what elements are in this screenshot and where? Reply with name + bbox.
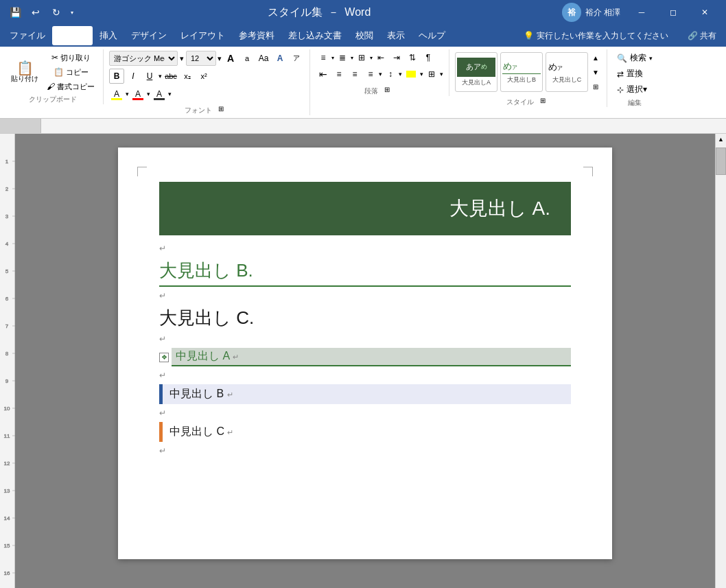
menu-item-file[interactable]: ファイル [3, 26, 52, 45]
menu-item-insert[interactable]: 挿入 [93, 26, 124, 45]
edit-label: 編集 [628, 97, 642, 108]
show-marks-button[interactable]: ¶ [421, 51, 436, 64]
underline-dropdown[interactable]: ▾ [159, 73, 162, 80]
paste-button[interactable]: 📋 貼り付け [8, 60, 41, 84]
align-justify-button[interactable]: ≡ [363, 67, 378, 81]
user-avatar[interactable]: 裕 [562, 3, 581, 22]
search-dropdown[interactable]: ▾ [649, 55, 653, 62]
styles-scroll-up[interactable]: ▲ [590, 51, 601, 64]
bold-button[interactable]: B [109, 69, 124, 84]
shading-button[interactable]: A [152, 86, 167, 102]
border-button[interactable]: ⊞ [424, 67, 439, 81]
phonetic-button[interactable]: ア [289, 51, 304, 66]
font-size-up-button[interactable]: A [223, 51, 238, 66]
shading-para-button[interactable] [403, 67, 419, 81]
search-button[interactable]: 🔍 検索 ▾ [613, 51, 657, 65]
ruler-scale: // will draw in JS below [41, 119, 726, 133]
styles-scroll-down[interactable]: ▼ [590, 65, 601, 79]
clear-format-button[interactable]: Aa [256, 51, 271, 66]
heading-a-block[interactable]: 大見出し A. [159, 182, 571, 235]
scroll-up-arrow[interactable]: ▲ [716, 134, 726, 145]
styles-expand-button[interactable]: ⊞ [590, 80, 601, 93]
underline-button[interactable]: U [142, 69, 157, 84]
highlight-dropdown[interactable]: ▾ [126, 91, 129, 97]
align-right-button[interactable]: ≡ [347, 67, 362, 81]
text-highlight-button[interactable]: A [109, 86, 124, 102]
font-name-dropdown-arrow[interactable]: ▾ [180, 54, 184, 63]
share-button[interactable]: 🔗 共有 [681, 28, 723, 44]
decrease-indent-button[interactable]: ⇤ [373, 51, 388, 64]
save-button[interactable]: 💾 [5, 3, 25, 22]
replace-button[interactable]: ⇄ 置換 [613, 67, 657, 81]
border-dropdown[interactable]: ▾ [440, 71, 443, 78]
italic-button[interactable]: I [126, 69, 141, 84]
sub-heading-a-block[interactable]: ❖ 中見出し A ↵ [159, 348, 571, 366]
shading-para-dropdown[interactable]: ▾ [420, 71, 423, 78]
quick-access-dropdown[interactable]: ▾ [67, 3, 77, 22]
numbering-button[interactable]: ≣ [335, 51, 350, 64]
align-left-button[interactable]: ⇤ [316, 67, 331, 81]
sort-button[interactable]: ⇅ [405, 51, 420, 64]
strikethrough-button[interactable]: abc [163, 69, 178, 84]
svg-text:4: 4 [5, 241, 9, 247]
scroll-thumb[interactable] [716, 148, 726, 175]
move-handle-a[interactable]: ❖ [159, 353, 169, 362]
menu-item-mailings[interactable]: 差し込み文書 [281, 26, 349, 45]
menu-item-design[interactable]: デザイン [124, 26, 174, 45]
font-color-button[interactable]: A [130, 86, 145, 102]
minimize-button[interactable]: ─ [626, 0, 657, 25]
font-size-dropdown-arrow[interactable]: ▾ [218, 54, 222, 63]
bullets-dropdown[interactable]: ▾ [331, 55, 334, 61]
edit-group: 🔍 検索 ▾ ⇄ 置換 ⊹ 選択▾ 編集 [610, 49, 662, 108]
cut-label: 切り取り [60, 53, 91, 63]
menu-item-help[interactable]: ヘルプ [412, 26, 452, 45]
heading-b-block[interactable]: 大見出し B. [159, 259, 571, 287]
superscript-button[interactable]: x² [196, 69, 211, 84]
bullets-button[interactable]: ≡ [316, 51, 331, 64]
menu-item-home[interactable]: ホーム [52, 26, 93, 45]
svg-text:14: 14 [4, 515, 10, 521]
sub-heading-b-block[interactable]: 中見出し B ↵ [159, 384, 571, 404]
svg-text:13: 13 [4, 488, 10, 494]
text-effect-button[interactable]: A [272, 51, 288, 66]
select-button[interactable]: ⊹ 選択▾ [613, 82, 657, 97]
copy-button[interactable]: 📋 コピー [44, 65, 97, 79]
shading-dropdown[interactable]: ▾ [168, 91, 172, 97]
menu-item-review[interactable]: 校閲 [349, 26, 380, 45]
search-action-field[interactable]: 💡 実行したい作業を入力してください [517, 26, 675, 45]
font-size-select[interactable]: 12 [186, 51, 216, 66]
format-painter-button[interactable]: 🖌 書式コピー [44, 80, 97, 93]
font-size-down-button[interactable]: a [239, 51, 255, 66]
sub-heading-c-block[interactable]: 中見出し C ↵ [159, 422, 571, 442]
align-center-button[interactable]: ≡ [331, 67, 347, 81]
scroll-area[interactable]: 大見出し A. ↵ 大見出し B. ↵ 大見出し C. [15, 134, 715, 588]
paragraph-dialog-button[interactable]: ⊞ [379, 82, 395, 96]
styles-dialog-button[interactable]: ⊞ [535, 93, 550, 107]
font-dialog-button[interactable]: ⊞ [213, 102, 229, 115]
align-dropdown[interactable]: ▾ [379, 71, 382, 78]
undo-button[interactable]: ↩ [26, 3, 45, 22]
restore-button[interactable]: ◻ [657, 0, 689, 25]
close-button[interactable]: ✕ [689, 0, 721, 25]
heading-c-block[interactable]: 大見出し C. [159, 306, 571, 330]
clipboard-label: クリップボード [29, 93, 77, 104]
line-spacing-dropdown[interactable]: ▾ [399, 71, 402, 78]
numbering-dropdown[interactable]: ▾ [351, 55, 353, 61]
font-name-select[interactable]: 游ゴシック Med [109, 51, 178, 66]
line-spacing-button[interactable]: ↕ [383, 67, 398, 81]
style-preview-b[interactable]: めア 大見出しB [500, 52, 543, 92]
menu-item-layout[interactable]: レイアウト [174, 26, 232, 45]
menu-item-references[interactable]: 参考資料 [232, 26, 281, 45]
increase-indent-button[interactable]: ⇥ [389, 51, 404, 64]
menu-item-view[interactable]: 表示 [380, 26, 412, 45]
font-color-dropdown[interactable]: ▾ [147, 91, 150, 97]
subscript-button[interactable]: x₂ [180, 69, 195, 84]
multilevel-button[interactable]: ⊞ [354, 51, 369, 64]
style-preview-a[interactable]: あアめ 大見出しA [455, 52, 497, 92]
redo-button[interactable]: ↻ [47, 3, 66, 22]
cut-button[interactable]: ✂ 切り取り [44, 51, 97, 64]
style-preview-c[interactable]: めア 大見出しC [546, 52, 588, 92]
multilevel-dropdown[interactable]: ▾ [370, 55, 373, 61]
svg-text:8: 8 [5, 351, 9, 357]
styles-group: あアめ 大見出しA めア 大見出しB めア 大見出しC ▲ [452, 49, 607, 107]
